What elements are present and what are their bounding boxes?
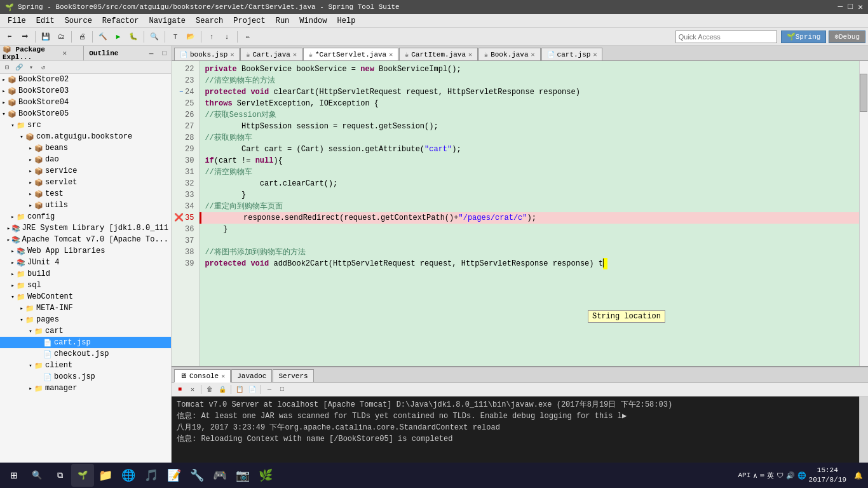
editor-tab-Book-java[interactable]: ☕Book.java✕ xyxy=(478,48,540,60)
editor-tab-Cart-java[interactable]: ☕Cart.java✕ xyxy=(240,48,302,60)
tree-item-Web-App-Libraries[interactable]: ▸📚Web App Libraries xyxy=(0,245,171,257)
tree-item-com-atguigu-bookstore[interactable]: ▾📦com.atguigu.bookstore xyxy=(0,131,171,142)
console-clear[interactable]: 🗑 xyxy=(204,384,215,395)
menu-refactor[interactable]: Refactor xyxy=(97,15,144,27)
tree-item-src[interactable]: ▾📁src xyxy=(0,119,171,131)
tree-item-sql[interactable]: ▸📁sql xyxy=(0,280,171,291)
sidebar-view-menu[interactable]: ▾ xyxy=(25,62,37,73)
toolbar-debug[interactable]: 🐛 xyxy=(126,30,140,44)
taskbar-spring[interactable]: 🌱 xyxy=(71,464,94,487)
toolbar-btn-1[interactable]: ⬅ xyxy=(3,30,17,44)
toolbar-open-resource[interactable]: 📂 xyxy=(184,30,198,44)
taskbar-app5[interactable]: 📷 xyxy=(231,464,254,487)
tray-expand[interactable]: ∧ xyxy=(753,471,757,480)
tab-close-btn[interactable]: ✕ xyxy=(230,51,234,58)
tree-item-servlet[interactable]: ▸📦servlet xyxy=(0,177,171,188)
console-scroll-lock[interactable]: 🔒 xyxy=(217,384,228,395)
tab-close-btn[interactable]: ✕ xyxy=(389,51,393,58)
tree-item-checkout-jsp[interactable]: 📄checkout.jsp xyxy=(0,348,171,360)
taskbar-app6[interactable]: 🌿 xyxy=(254,464,277,487)
code-editor[interactable]: 2223–2425262728293031323334❌3536373839 p… xyxy=(172,61,868,366)
menu-run[interactable]: Run xyxy=(271,15,295,27)
editor-tab-cart-jsp[interactable]: 📄cart.jsp✕ xyxy=(541,48,603,60)
tray-notification[interactable]: 🔔 xyxy=(854,471,863,480)
toolbar-save-all[interactable]: 🗂 xyxy=(54,30,68,44)
menu-navigate[interactable]: Navigate xyxy=(144,15,191,27)
tree-item-cart[interactable]: ▾📁cart xyxy=(0,325,171,337)
toolbar-run[interactable]: ▶ xyxy=(111,30,125,44)
console-minimize[interactable]: — xyxy=(264,384,275,395)
tree-item-BookStore03[interactable]: ▸📦BookStore03 xyxy=(0,85,171,97)
menu-help[interactable]: Help xyxy=(332,15,361,27)
tree-item-test[interactable]: ▸📦test xyxy=(0,188,171,200)
menu-file[interactable]: File xyxy=(3,15,31,27)
taskbar-app4[interactable]: 🎮 xyxy=(208,464,231,487)
console-tab-close[interactable]: ✕ xyxy=(221,372,225,380)
taskbar-app3[interactable]: 🔧 xyxy=(186,464,208,487)
menu-search[interactable]: Search xyxy=(191,15,228,27)
toolbar-print[interactable]: 🖨 xyxy=(75,30,89,44)
console-terminate[interactable]: ■ xyxy=(174,384,186,395)
scroll-thumb[interactable] xyxy=(860,74,867,112)
sidebar-link-editor[interactable]: 🔗 xyxy=(13,62,25,73)
quick-access-input[interactable] xyxy=(675,30,777,43)
sidebar-collapse-all[interactable]: ⊟ xyxy=(1,62,13,73)
tree-item-client[interactable]: ▾📁client xyxy=(0,360,171,371)
taskbar-app2[interactable]: 📝 xyxy=(163,464,186,487)
editor-scrollbar[interactable] xyxy=(859,61,868,366)
toolbar-prev-annotation[interactable]: ↑ xyxy=(205,30,219,44)
tree-item-pages[interactable]: ▾📁pages xyxy=(0,314,171,325)
tree-item-WebContent[interactable]: ▾📁WebContent xyxy=(0,291,171,302)
tree-item-utils[interactable]: ▸📦utils xyxy=(0,200,171,211)
editor-tab--CartServlet-java[interactable]: ☕*CartServlet.java✕ xyxy=(303,48,398,61)
tree-item-dao[interactable]: ▸📦dao xyxy=(0,154,171,165)
tab-javadoc[interactable]: Javadoc xyxy=(231,369,272,382)
tree-item-service[interactable]: ▸📦service xyxy=(0,165,171,177)
start-button[interactable]: ⊞ xyxy=(3,464,25,487)
toolbar-last-edit[interactable]: ✏ xyxy=(241,30,255,44)
sidebar-refresh[interactable]: ↺ xyxy=(37,62,49,73)
titlebar-controls[interactable]: — □ ✕ xyxy=(838,2,863,12)
sidebar-maximize-btn[interactable]: □ xyxy=(160,49,168,58)
toolbar-open-type[interactable]: T xyxy=(168,30,182,44)
editor-tab-books-jsp[interactable]: 📄books.jsp✕ xyxy=(174,48,240,60)
tree-item-BookStore02[interactable]: ▸📦BookStore02 xyxy=(0,74,171,85)
toolbar-save[interactable]: 💾 xyxy=(39,30,53,44)
toolbar-next-annotation[interactable]: ↓ xyxy=(220,30,234,44)
toolbar-btn-2[interactable]: ⮕ xyxy=(18,30,32,44)
tree-item-cart-jsp[interactable]: 📄cart.jsp xyxy=(0,337,171,348)
close-button[interactable]: ✕ xyxy=(858,2,863,12)
console-copy[interactable]: 📋 xyxy=(234,384,245,395)
tree-item-BookStore05[interactable]: ▾📦BookStore05 xyxy=(0,108,171,119)
taskbar-chrome[interactable]: 🌐 xyxy=(117,464,140,487)
tree-item-build[interactable]: ▸📁build xyxy=(0,268,171,280)
tab-servers[interactable]: Servers xyxy=(273,369,313,382)
tab-close-btn[interactable]: ✕ xyxy=(531,51,535,58)
tree-item-books-jsp[interactable]: 📄books.jsp xyxy=(0,371,171,383)
tab-close-btn[interactable]: ✕ xyxy=(593,51,597,58)
perspective-debug-button[interactable]: ⚙ Debug xyxy=(829,30,865,43)
tree-item-JRE-System-Library--jdk1-8-0-111[interactable]: ▸📚JRE System Library [jdk1.8.0_111 xyxy=(0,222,171,234)
taskbar-task-view[interactable]: ⧉ xyxy=(48,464,71,487)
toolbar-search[interactable]: 🔍 xyxy=(147,30,161,44)
tree-item-JUnit-4[interactable]: ▸📚JUnit 4 xyxy=(0,257,171,268)
tree-item-config[interactable]: ▸📁config xyxy=(0,211,171,222)
taskbar-explorer[interactable]: 📁 xyxy=(94,464,117,487)
editor-tab-CartItem-java[interactable]: ☕CartItem.java✕ xyxy=(399,48,478,60)
sidebar-close-btn[interactable]: ✕ xyxy=(61,48,69,58)
maximize-button[interactable]: □ xyxy=(848,2,853,12)
code-content[interactable]: private BookService bookService = new Bo… xyxy=(200,61,859,366)
sidebar-minimize-btn[interactable]: — xyxy=(147,49,156,58)
toolbar-build[interactable]: 🔨 xyxy=(96,30,110,44)
tree-item-BookStore04[interactable]: ▸📦BookStore04 xyxy=(0,97,171,108)
tree-item-manager[interactable]: ▸📁manager xyxy=(0,383,171,394)
console-maximize[interactable]: □ xyxy=(276,384,288,395)
menu-project[interactable]: Project xyxy=(228,15,270,27)
console-remove[interactable]: ✕ xyxy=(187,384,198,395)
taskbar-search[interactable]: 🔍 xyxy=(25,464,48,487)
menu-window[interactable]: Window xyxy=(294,15,332,27)
console-paste[interactable]: 📄 xyxy=(247,384,258,395)
menu-source[interactable]: Source xyxy=(60,15,97,27)
tree-item-Apache-Tomcat-v7-0--Apache-To---[interactable]: ▸📚Apache Tomcat v7.0 [Apache To... xyxy=(0,234,171,245)
taskbar-app1[interactable]: 🎵 xyxy=(140,464,163,487)
